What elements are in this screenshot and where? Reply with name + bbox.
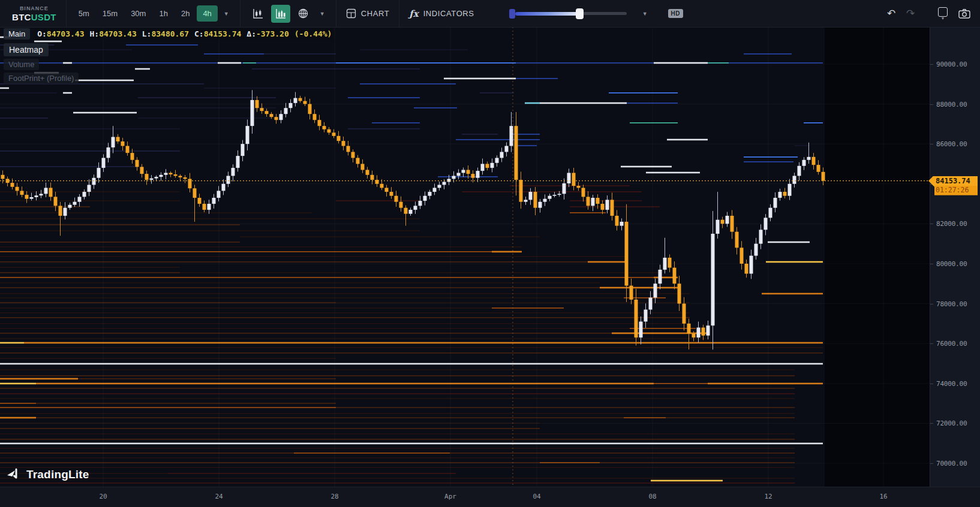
candle-down [255, 100, 259, 108]
candle-down [519, 180, 523, 202]
candle-up [107, 147, 110, 158]
undo-button[interactable]: ↶ [883, 7, 900, 20]
candle-down [515, 126, 518, 180]
liquidity-line [444, 78, 516, 80]
liquidity-line [0, 467, 795, 468]
slider-handle[interactable] [576, 8, 584, 19]
candle-down [203, 204, 206, 210]
main-series-chip[interactable]: Main [4, 28, 30, 40]
liquidity-line [0, 478, 795, 479]
slider-chevron-down-icon[interactable]: ▼ [638, 11, 653, 17]
future-area [825, 27, 930, 487]
style-chevron-down-icon[interactable]: ▼ [315, 11, 330, 17]
hd-badge[interactable]: HD [668, 9, 683, 18]
liquidity-line [0, 107, 276, 108]
liquidity-line [0, 482, 795, 484]
layout-square-icon [938, 7, 948, 17]
candle-down [303, 101, 307, 104]
price-tick-mark [930, 144, 933, 144]
time-axis-label: 24 [215, 493, 223, 500]
liquidity-line [762, 293, 823, 295]
liquidity-line [624, 417, 666, 418]
candle-up [419, 201, 422, 206]
overlay-row-footprint: FootPrint+ (Profile) [4, 73, 334, 84]
time-axis-label: 28 [330, 493, 338, 500]
chart-button-label: CHART [361, 9, 390, 18]
candle-down [323, 126, 326, 129]
candle-down [131, 153, 134, 160]
timeframe-15m[interactable]: 15m [97, 5, 124, 22]
candle-up [294, 98, 297, 103]
slider-min-cap[interactable] [509, 9, 515, 19]
camera-icon [958, 8, 970, 19]
low-value: 83480.67 [151, 29, 189, 38]
liquidity-line [360, 49, 468, 50]
candle-up [759, 230, 763, 243]
overlay-footprint-chip[interactable]: FootPrint+ (Profile) [4, 73, 79, 84]
liquidity-line [0, 388, 795, 389]
candle-up [279, 114, 283, 120]
price-tick-mark [930, 64, 933, 65]
chart-button[interactable]: CHART [336, 0, 400, 27]
layout-button[interactable]: ▼ [938, 7, 948, 20]
liquidity-line [204, 87, 336, 89]
liquidity-line [0, 256, 627, 257]
delta-pct-value: (-0.44%) [294, 29, 332, 38]
candle-down [270, 114, 273, 117]
liquidity-line [0, 417, 36, 419]
symbol-selector[interactable]: BINANCE BTCUSDT [0, 0, 67, 27]
candle-down [783, 192, 787, 196]
liquidity-line [621, 166, 672, 168]
candle-up [663, 258, 667, 270]
candle-up [208, 204, 211, 210]
candle-up [529, 192, 533, 200]
candle-down [673, 268, 677, 284]
overlay-volume-chip[interactable]: Volume [4, 59, 39, 70]
indicators-button[interactable]: ƒx INDICATORS [399, 0, 483, 27]
liquidity-line [0, 230, 420, 231]
price-axis[interactable]: 90000.0088000.0086000.0084000.0082000.00… [930, 27, 980, 487]
heatmap-style-button-active[interactable] [271, 5, 290, 23]
redo-button[interactable]: ↷ [902, 7, 919, 20]
liquidity-line [0, 393, 795, 394]
symbol-quote: USDT [31, 12, 56, 22]
liquidity-line [0, 375, 795, 376]
timeframe-30m[interactable]: 30m [125, 5, 152, 22]
timeframe-5m[interactable]: 5m [73, 5, 95, 22]
candle-up [491, 163, 494, 168]
candle-up [711, 234, 715, 325]
globe-button[interactable] [294, 5, 313, 23]
price-axis-label: 74000.00 [936, 379, 967, 387]
watermark: TradingLite [6, 467, 89, 482]
liquidity-line [654, 62, 708, 64]
toolbar: BINANCE BTCUSDT 5m 15m 30m 1h 2h 4h ▼ [0, 0, 980, 28]
candlestick-style-button[interactable] [248, 5, 267, 23]
liquidity-line [570, 206, 660, 207]
liquidity-line [600, 287, 678, 289]
liquidity-line [0, 272, 180, 273]
time-axis-label: 16 [879, 493, 887, 500]
timeframe-1h[interactable]: 1h [153, 5, 173, 22]
time-axis[interactable]: 202428Apr04081216 [0, 487, 980, 507]
liquidity-line [0, 407, 336, 408]
candle-down [59, 206, 62, 216]
candle-up [251, 100, 254, 126]
screenshot-button[interactable] [958, 8, 970, 19]
overlay-heatmap-chip[interactable]: Heatmap [4, 43, 49, 56]
liquidity-line [609, 92, 678, 93]
heatmap-intensity-slider[interactable] [509, 8, 628, 20]
price-tick-mark [930, 264, 933, 264]
timeframe-4h-active[interactable]: 4h [197, 5, 217, 22]
liquidity-line [0, 297, 624, 298]
liquidity-line [0, 218, 420, 219]
candle-up [548, 196, 552, 199]
candle-up [212, 198, 216, 204]
candle-up [447, 179, 451, 182]
timeframe-chevron-down-icon[interactable]: ▼ [219, 11, 234, 17]
price-axis-label: 72000.00 [936, 420, 967, 427]
liquidity-line [0, 369, 795, 370]
liquidity-line [348, 97, 420, 98]
timeframe-2h[interactable]: 2h [175, 5, 196, 22]
candle-up [462, 170, 465, 173]
liquidity-line [294, 452, 450, 454]
